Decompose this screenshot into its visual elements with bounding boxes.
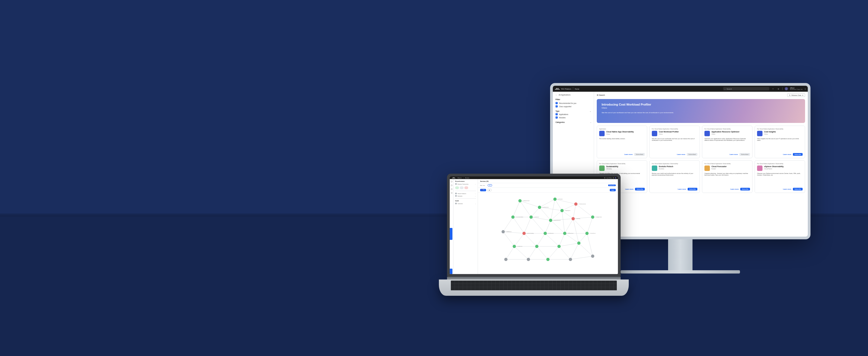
rail-icon[interactable] [451, 192, 453, 194]
banner-title: Introducing Cost Workload Profiler [601, 103, 800, 106]
app-card[interactable]: Application Cloud Native App Observabili… [597, 126, 647, 158]
hero-banner: Introducing Cost Workload Profiler Cisco… [597, 99, 805, 123]
type-applications[interactable]: Applications [556, 113, 591, 115]
card-title: Cost Insights [764, 131, 776, 133]
learn-more-link[interactable]: Learn more [624, 154, 632, 155]
list-item[interactable]: Containers— [455, 203, 476, 204]
back-all-applications[interactable]: ← All Applications [556, 94, 591, 96]
filter-cisco-supported[interactable]: Cisco supported [556, 105, 591, 108]
graph-node-label: ◇ checkoutservice [578, 204, 586, 205]
svg-line-2 [520, 201, 531, 217]
apply-button[interactable]: Apply [610, 189, 616, 191]
svg-line-27 [573, 219, 587, 233]
graph-node[interactable] [535, 245, 538, 248]
rail-icon[interactable] [451, 184, 453, 186]
card-kicker: For Cloud Native Application Observabili… [705, 163, 750, 165]
subscribe-button[interactable]: Subscribe [793, 188, 803, 190]
app-card[interactable]: For Cloud Native Application Observabili… [755, 160, 805, 193]
learn-more-link[interactable]: Learn more [783, 154, 791, 155]
nav-services[interactable]: Services [465, 177, 469, 179]
sort-release-date[interactable]: ⇅ Release Date ▾ [787, 93, 805, 97]
filter-recommended-label: Recommended for you [559, 102, 577, 104]
catalog-search-input[interactable]: ☰ Search [597, 94, 640, 96]
svg-line-21 [531, 217, 545, 233]
app-card[interactable]: For Cloud Native Application Observabili… [702, 160, 752, 193]
user-block[interactable]: Allison Business Corp, Inc [790, 87, 803, 90]
nav-observe[interactable]: Observe [458, 177, 462, 179]
graph-node[interactable] [529, 215, 533, 219]
subscribe-button[interactable]: Subscribe [688, 188, 698, 190]
learn-more-link[interactable]: Learn more [625, 188, 633, 190]
learn-more-link[interactable]: Learn more [731, 188, 739, 190]
list-item[interactable]: Backends— [455, 195, 476, 197]
laptop-topbar: Observe | Services Last 1 Hour [450, 176, 618, 179]
svg-line-51 [559, 246, 570, 259]
app-card[interactable]: For Cloud Native Application Observabili… [755, 126, 805, 158]
rail-icon[interactable] [451, 188, 453, 190]
subscribe-button[interactable]: Subscribe [740, 188, 750, 190]
help-icon[interactable]: ? [771, 87, 775, 90]
filter-lines-icon: ☰ [597, 94, 598, 96]
subscribe-button[interactable]: Subscribe [793, 153, 803, 156]
graph-node[interactable] [571, 217, 575, 220]
chevron-down-icon[interactable]: ▾ [805, 88, 806, 90]
settings-gear-icon[interactable]: ⚙ [777, 87, 780, 90]
graph-node[interactable] [569, 258, 572, 261]
graph-node-label: ◇ frontend-svc [589, 233, 595, 234]
checkbox-checked-icon [556, 116, 558, 119]
learn-more-link[interactable]: Learn more [677, 154, 685, 155]
rail-icon[interactable] [451, 181, 453, 182]
graph-node[interactable] [511, 215, 515, 219]
graph-node[interactable] [563, 232, 566, 235]
svg-line-12 [539, 207, 551, 220]
banner-vendor: Cisco [601, 107, 800, 109]
graph-node-label: ◇ orderfile-svc [505, 231, 512, 232]
filter-recommended[interactable]: Recommended for you [556, 102, 591, 104]
cisco-logo-icon [555, 88, 560, 90]
graph-node[interactable] [591, 255, 594, 258]
cisco-logo-icon [452, 177, 455, 179]
group-view-tag[interactable]: Group View [608, 184, 616, 186]
pin-chip[interactable]: 📌 Pin [480, 189, 486, 191]
list-item-label: Backends [458, 196, 463, 197]
graph-node[interactable] [527, 258, 530, 261]
time-range-selector[interactable]: Last 1 Hour [604, 177, 616, 179]
graph-node[interactable] [546, 258, 550, 261]
avatar[interactable]: A [785, 87, 788, 90]
card-title: Application Resource Optimizer [712, 131, 739, 133]
type-accordion[interactable]: Type ⌄ [556, 110, 591, 112]
graph-node[interactable] [538, 206, 541, 209]
list-item[interactable]: Business Transactions— [455, 183, 476, 185]
view-toggle[interactable]: ▦ [487, 189, 492, 191]
app-card[interactable]: For Cloud Native Application Observabili… [649, 126, 700, 158]
subscribe-button[interactable]: Subscribe [635, 188, 645, 190]
app-card[interactable]: For Cloud Native Application Observabili… [702, 126, 752, 158]
graph-node[interactable] [553, 198, 557, 201]
nav-home[interactable]: Home [575, 88, 579, 90]
graph-node-label: ◇ loadgenerator [595, 216, 602, 218]
topology-canvas[interactable]: ◇ orderprocessor◇ verification◇ checkout… [478, 192, 618, 274]
svg-line-33 [514, 233, 524, 246]
graph-node[interactable] [518, 199, 522, 202]
chevron-right-icon: › [590, 122, 591, 123]
svg-line-36 [537, 233, 545, 246]
card-description: See the cost of your workloads and how y… [652, 138, 698, 151]
global-search-input[interactable]: ⌕ Search [723, 87, 769, 90]
svg-line-47 [528, 246, 537, 259]
graph-node[interactable] [544, 232, 547, 235]
graph-node[interactable] [501, 230, 505, 233]
learn-more-link[interactable]: Learn more [730, 154, 738, 155]
chevron-down-icon: ▾ [802, 94, 803, 96]
all-chip[interactable]: All [488, 184, 492, 186]
graph-node[interactable] [591, 215, 594, 219]
app-card[interactable]: For Cloud Native Application Observabili… [649, 160, 700, 193]
type-modules[interactable]: Modules [556, 116, 591, 119]
categories-accordion[interactable]: Categories › [556, 121, 591, 123]
svg-line-41 [579, 233, 587, 243]
list-item-label: Service Instances [458, 193, 466, 194]
graph-node[interactable] [560, 209, 564, 212]
graph-node[interactable] [577, 241, 581, 245]
learn-more-link[interactable]: Learn more [783, 188, 791, 190]
learn-more-link[interactable]: Learn more [678, 188, 686, 190]
list-item[interactable]: Service Instances— [455, 192, 476, 194]
